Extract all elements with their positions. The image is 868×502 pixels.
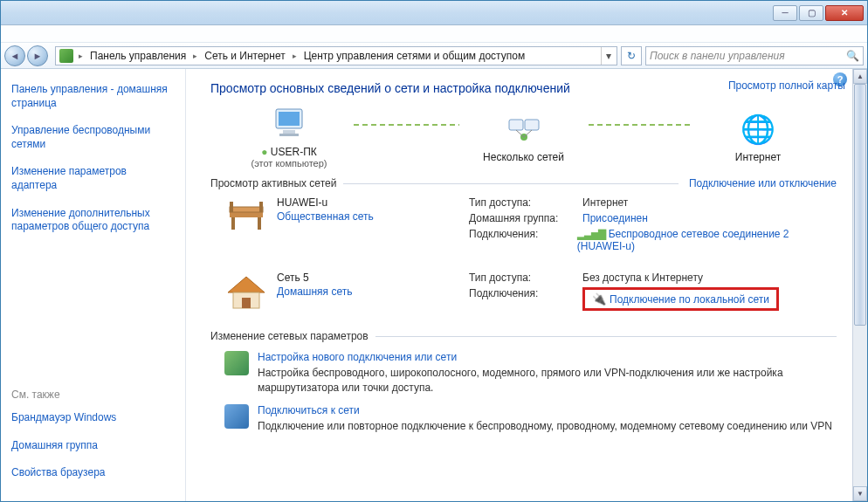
task-description: Подключение или повторное подключение к … — [258, 419, 832, 434]
globe-icon: 🌐 — [740, 111, 776, 148]
sidebar-link[interactable]: Управление беспроводными сетями — [11, 124, 175, 151]
titlebar: ─ ▢ ✕ — [1, 1, 867, 25]
lan-plug-icon: 🔌 — [592, 292, 606, 306]
svg-rect-10 — [230, 207, 263, 212]
svg-rect-4 — [509, 120, 523, 130]
control-panel-icon — [59, 49, 73, 63]
svg-rect-14 — [259, 202, 263, 212]
svg-rect-9 — [230, 212, 263, 217]
signal-bars-icon: ▂▃▅▇ — [577, 228, 605, 240]
connect-disconnect-link[interactable]: Подключение или отключение — [689, 177, 837, 189]
connect-network-icon — [224, 404, 249, 429]
section-title: Просмотр активных сетей — [210, 177, 336, 189]
bench-icon — [224, 198, 268, 237]
sidebar-home-link[interactable]: Панель управления - домашняя страница — [11, 83, 175, 110]
connection-line — [589, 124, 694, 126]
svg-rect-17 — [242, 298, 251, 308]
maximize-button[interactable]: ▢ — [799, 5, 823, 21]
svg-line-7 — [516, 130, 524, 137]
active-networks-header: Просмотр активных сетей Подключение или … — [210, 177, 837, 189]
this-pc-node[interactable]: ● USER-ПК (этот компьютер) — [228, 106, 350, 168]
new-connection-icon — [224, 351, 249, 375]
internet-node[interactable]: 🌐 Интернет — [697, 111, 819, 163]
svg-line-8 — [524, 130, 532, 137]
chevron-right-icon[interactable]: ▸ — [191, 52, 199, 60]
minimize-button[interactable]: ─ — [773, 5, 797, 21]
search-input[interactable]: Поиск в панели управления 🔍 — [645, 46, 864, 65]
sidebar-also-link[interactable]: Домашняя группа — [11, 439, 175, 453]
change-network-settings-header: Изменение сетевых параметров — [210, 330, 837, 342]
house-icon — [224, 273, 268, 312]
sidebar: Панель управления - домашняя страница Уп… — [1, 69, 186, 501]
internet-label: Интернет — [697, 151, 819, 163]
access-type-label: Тип доступа: — [469, 196, 582, 209]
network-map-overview: ● USER-ПК (этот компьютер) Несколько сет… — [210, 106, 837, 168]
search-icon[interactable]: 🔍 — [846, 50, 859, 62]
scroll-thumb[interactable] — [854, 84, 866, 326]
address-bar: ◄ ► ▸ Панель управления ▸ Сеть и Интерне… — [1, 43, 867, 69]
svg-rect-1 — [279, 112, 300, 126]
svg-rect-2 — [283, 130, 295, 134]
close-button[interactable]: ✕ — [825, 5, 864, 21]
networks-icon — [506, 111, 542, 148]
multi-networks-node[interactable]: Несколько сетей — [463, 111, 585, 163]
refresh-button[interactable]: ↻ — [621, 46, 642, 65]
network-type-link[interactable]: Домашняя сеть — [277, 285, 469, 298]
sidebar-link[interactable]: Изменение параметров адаптера — [11, 165, 175, 192]
breadcrumb-seg-3[interactable]: Центр управления сетями и общим доступом — [299, 50, 531, 62]
highlighted-lan-connection: 🔌Подключение по локальной сети — [582, 287, 779, 311]
network-row: HUAWEI-u Общественная сеть Тип доступа: … — [210, 196, 837, 256]
connections-label: Подключения: — [469, 287, 582, 311]
access-type-value: Интернет — [582, 196, 628, 209]
lan-connection-link[interactable]: 🔌Подключение по локальной сети — [592, 293, 769, 306]
connections-label: Подключения: — [469, 228, 577, 252]
breadcrumb-seg-1[interactable]: Панель управления — [85, 50, 191, 62]
section-title: Изменение сетевых параметров — [210, 330, 369, 342]
task-row: Подключиться к сети Подключение или повт… — [210, 404, 837, 434]
see-also-label: См. также — [11, 389, 175, 401]
access-type-value: Без доступа к Интернету — [582, 272, 703, 284]
homegroup-link[interactable]: Присоединен — [582, 212, 648, 224]
forward-button[interactable]: ► — [27, 45, 48, 66]
sidebar-also-link[interactable]: Брандмауэр Windows — [11, 411, 175, 425]
scroll-track[interactable] — [853, 84, 867, 486]
wireless-connection-link[interactable]: ▂▃▅▇Беспроводное сетевое соединение 2 (H… — [577, 228, 837, 252]
task-row: Настройка нового подключения или сети На… — [210, 351, 837, 395]
svg-rect-11 — [231, 217, 235, 230]
sidebar-also-link[interactable]: Свойства браузера — [11, 466, 175, 480]
back-button[interactable]: ◄ — [4, 45, 25, 66]
task-link-new-connection[interactable]: Настройка нового подключения или сети — [258, 351, 457, 363]
search-placeholder: Поиск в панели управления — [650, 50, 846, 62]
svg-rect-13 — [230, 202, 233, 212]
scroll-up-button[interactable]: ▲ — [853, 69, 867, 84]
homegroup-label: Домашняя группа: — [469, 212, 582, 224]
network-row: Сеть 5 Домашняя сеть Тип доступа: Без до… — [210, 272, 837, 314]
window: ─ ▢ ✕ ◄ ► ▸ Панель управления ▸ Сеть и И… — [0, 0, 868, 502]
task-description: Настройка беспроводного, широкополосного… — [258, 366, 837, 395]
vertical-scrollbar[interactable]: ▲ ▼ — [852, 69, 867, 501]
svg-rect-12 — [258, 217, 261, 230]
breadcrumb-seg-2[interactable]: Сеть и Интернет — [199, 50, 290, 62]
scroll-down-button[interactable]: ▼ — [853, 486, 867, 501]
sidebar-link[interactable]: Изменение дополнительных параметров обще… — [11, 207, 175, 234]
access-type-label: Тип доступа: — [469, 272, 582, 284]
svg-marker-15 — [228, 277, 265, 292]
svg-rect-5 — [525, 120, 539, 130]
view-full-map-link[interactable]: Просмотр полной карты — [728, 79, 845, 92]
mid-label: Несколько сетей — [463, 151, 585, 163]
computer-icon — [271, 106, 307, 142]
task-link-connect-network[interactable]: Подключиться к сети — [258, 404, 360, 416]
connection-line — [354, 124, 459, 126]
breadcrumb[interactable]: ▸ Панель управления ▸ Сеть и Интернет ▸ … — [55, 46, 617, 65]
address-dropdown[interactable]: ▾ — [601, 47, 615, 65]
pc-label: ● USER-ПК — [228, 146, 350, 158]
pc-sublabel: (этот компьютер) — [228, 158, 350, 168]
network-name: Сеть 5 — [277, 272, 469, 284]
svg-rect-3 — [279, 134, 299, 136]
menu-spacer — [1, 25, 867, 43]
network-type-link[interactable]: Общественная сеть — [277, 210, 469, 223]
network-name: HUAWEI-u — [277, 196, 469, 209]
chevron-right-icon[interactable]: ▸ — [291, 52, 299, 60]
chevron-right-icon[interactable]: ▸ — [77, 52, 85, 60]
content-pane: ? Просмотр основных сведений о сети и на… — [186, 69, 852, 501]
